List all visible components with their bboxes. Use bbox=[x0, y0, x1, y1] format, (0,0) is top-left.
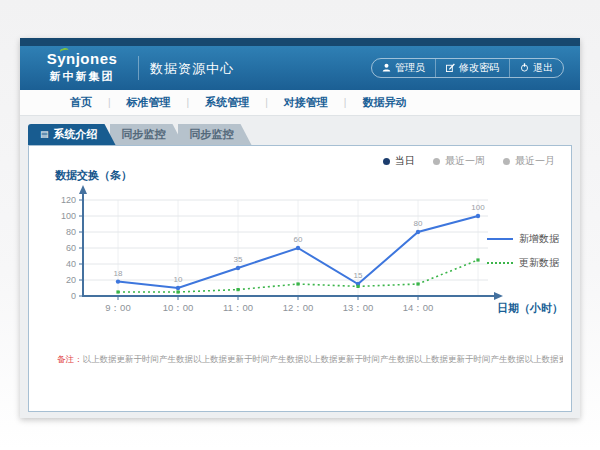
top-strip bbox=[20, 38, 580, 46]
legend-item-new-data: 新增数据 bbox=[487, 232, 563, 246]
note-prefix: 备注： bbox=[57, 354, 83, 364]
range-option-label: 最近一周 bbox=[445, 154, 485, 168]
tab-bar: ▤系统介绍同步监控同步监控 bbox=[28, 124, 246, 145]
range-option-label: 最近一月 bbox=[515, 154, 555, 168]
logo-company: 新中新集团 bbox=[36, 69, 128, 84]
data-point-new-data bbox=[176, 286, 180, 290]
y-axis-arrow bbox=[79, 185, 87, 194]
x-tick-label: 14：00 bbox=[403, 302, 434, 313]
legend-label: 更新数据 bbox=[519, 256, 559, 270]
range-filter: 当日最近一周最近一月 bbox=[383, 154, 555, 168]
footer-note: 备注：以上数据更新于时间产生数据以上数据更新于时间产生数据以上数据更新于时间产生… bbox=[57, 354, 563, 366]
radio-dot bbox=[383, 158, 390, 165]
line-chart: 0204060801001209：0010：0011：0012：0013：001… bbox=[33, 184, 565, 334]
y-tick-label: 60 bbox=[66, 243, 76, 253]
admin-user-label: 管理员 bbox=[395, 61, 425, 75]
data-label: 35 bbox=[234, 255, 243, 264]
content-area: ▤系统介绍同步监控同步监控 当日最近一周最近一月 数据交换（条） 0204060… bbox=[20, 116, 580, 418]
data-point-update-data bbox=[416, 282, 419, 285]
nav-item-data-change[interactable]: 数据异动 bbox=[346, 95, 422, 110]
legend-item-update-data: 更新数据 bbox=[487, 256, 563, 270]
legend-label: 新增数据 bbox=[519, 232, 559, 246]
header-actions: 管理员修改密码退出 bbox=[371, 58, 564, 78]
data-point-update-data bbox=[116, 290, 119, 293]
logout-label: 退出 bbox=[533, 61, 553, 75]
y-tick-label: 40 bbox=[66, 259, 76, 269]
nav-item-interface-mgmt[interactable]: 对接管理 bbox=[268, 95, 344, 110]
range-option-today[interactable]: 当日 bbox=[383, 154, 415, 168]
x-axis-arrow bbox=[494, 292, 503, 300]
y-tick-label: 120 bbox=[61, 195, 76, 205]
change-password-label: 修改密码 bbox=[459, 61, 499, 75]
data-point-new-data bbox=[116, 279, 120, 283]
x-axis-title: 日期（小时） bbox=[497, 302, 563, 315]
data-point-update-data bbox=[356, 285, 359, 288]
y-tick-label: 80 bbox=[66, 227, 76, 237]
series-legend: 新增数据更新数据 bbox=[487, 232, 563, 280]
tab-label: 同步监控 bbox=[122, 127, 166, 142]
app-window: Synjones 新中新集团 数据资源中心 管理员修改密码退出 首页|标准管理|… bbox=[20, 38, 580, 418]
data-label: 15 bbox=[354, 271, 363, 280]
legend-line-sample bbox=[487, 262, 513, 264]
x-tick-label: 9：00 bbox=[105, 302, 130, 313]
range-option-last-month[interactable]: 最近一月 bbox=[503, 154, 555, 168]
range-option-last-week[interactable]: 最近一周 bbox=[433, 154, 485, 168]
data-point-update-data bbox=[476, 258, 479, 261]
data-point-new-data bbox=[236, 266, 240, 270]
logo: Synjones 新中新集团 bbox=[36, 50, 128, 84]
data-label: 10 bbox=[174, 275, 183, 284]
logo-brand: Synjones bbox=[47, 50, 118, 67]
chart-panel: 当日最近一周最近一月 数据交换（条） 0204060801001209：0010… bbox=[28, 145, 572, 412]
power-icon bbox=[520, 63, 529, 74]
x-tick-label: 11：00 bbox=[223, 302, 253, 313]
x-tick-label: 10：00 bbox=[163, 302, 194, 313]
data-point-new-data bbox=[476, 214, 480, 218]
user-icon bbox=[382, 63, 391, 74]
data-label: 100 bbox=[471, 203, 485, 212]
y-tick-label: 20 bbox=[66, 275, 76, 285]
x-tick-label: 13：00 bbox=[343, 302, 374, 313]
data-point-update-data bbox=[176, 290, 179, 293]
range-option-label: 当日 bbox=[395, 154, 415, 168]
nav-item-standard-mgmt[interactable]: 标准管理 bbox=[111, 95, 187, 110]
note-text: 以上数据更新于时间产生数据以上数据更新于时间产生数据以上数据更新于时间产生数据以… bbox=[83, 354, 564, 364]
tab-label: 同步监控 bbox=[190, 127, 234, 142]
tab-sync-monitor-1[interactable]: 同步监控 bbox=[110, 124, 184, 145]
edit-icon bbox=[446, 63, 455, 74]
data-label: 18 bbox=[114, 269, 123, 278]
y-tick-label: 100 bbox=[61, 211, 76, 221]
change-password-button[interactable]: 修改密码 bbox=[435, 59, 509, 77]
data-label: 60 bbox=[294, 235, 303, 244]
x-tick-label: 12：00 bbox=[283, 302, 314, 313]
data-point-update-data bbox=[296, 282, 299, 285]
nav-item-home[interactable]: 首页 bbox=[54, 95, 108, 110]
data-point-update-data bbox=[236, 288, 239, 291]
data-point-new-data bbox=[296, 246, 300, 250]
radio-dot bbox=[503, 158, 510, 165]
header-divider bbox=[138, 56, 139, 80]
logout-button[interactable]: 退出 bbox=[509, 59, 563, 77]
data-label: 80 bbox=[414, 219, 423, 228]
y-axis-title: 数据交换（条） bbox=[55, 168, 132, 183]
page-title: 数据资源中心 bbox=[150, 60, 234, 78]
admin-user-button[interactable]: 管理员 bbox=[372, 59, 435, 77]
main-nav: 首页|标准管理|系统管理|对接管理|数据异动 bbox=[20, 90, 580, 116]
tab-system-intro[interactable]: ▤系统介绍 bbox=[28, 124, 116, 145]
data-point-new-data bbox=[416, 230, 420, 234]
tab-label: 系统介绍 bbox=[54, 127, 98, 142]
nav-item-system-mgmt[interactable]: 系统管理 bbox=[189, 95, 265, 110]
document-icon: ▤ bbox=[40, 130, 49, 139]
y-tick-label: 0 bbox=[71, 291, 76, 301]
app-header: Synjones 新中新集团 数据资源中心 管理员修改密码退出 bbox=[20, 46, 580, 90]
tab-sync-monitor-2[interactable]: 同步监控 bbox=[178, 124, 252, 145]
legend-line-sample bbox=[487, 238, 513, 240]
radio-dot bbox=[433, 158, 440, 165]
